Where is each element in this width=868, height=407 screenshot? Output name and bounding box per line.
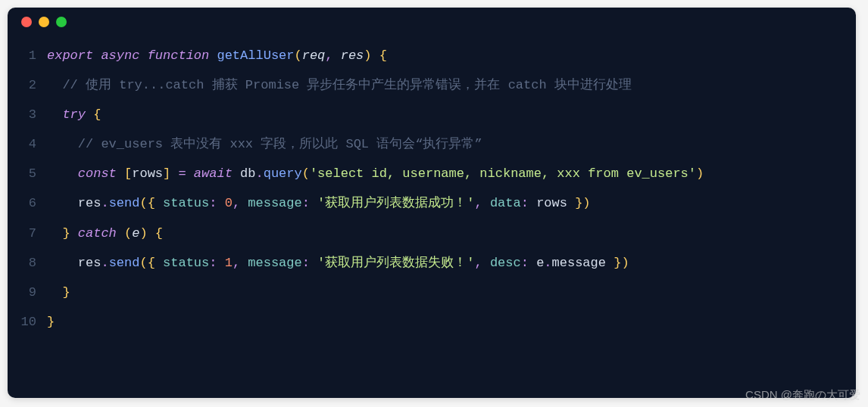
code-content[interactable]: res.send({ status: 1, message: '获取用户列表数据… — [47, 248, 629, 278]
code-line[interactable]: 2 // 使用 try...catch 捕获 Promise 异步任务中产生的异… — [8, 70, 856, 100]
maximize-icon[interactable] — [56, 17, 67, 27]
close-icon[interactable] — [21, 17, 32, 27]
token-id — [186, 166, 194, 181]
window-titlebar — [8, 8, 856, 36]
token-pun: : — [302, 256, 310, 270]
token-kw: export — [47, 48, 93, 63]
token-id: db — [240, 166, 255, 181]
line-number: 6 — [8, 188, 47, 218]
code-line[interactable]: 4 // ev_users 表中没有 xxx 字段，所以此 SQL 语句会“执行… — [8, 129, 856, 159]
token-id — [209, 48, 217, 63]
token-id — [86, 107, 93, 122]
token-pun: : — [209, 256, 217, 270]
token-brk: ) — [139, 226, 147, 241]
token-pun: : — [521, 196, 529, 210]
token-brk: { — [155, 226, 163, 241]
token-brk: } — [47, 315, 55, 329]
code-editor[interactable]: 1export async function getAllUser(req, r… — [8, 36, 856, 337]
code-content[interactable]: try { — [47, 100, 101, 129]
code-line[interactable]: 6 res.send({ status: 0, message: '获取用户列表… — [8, 188, 856, 218]
token-id — [117, 226, 124, 241]
code-line[interactable]: 8 res.send({ status: 1, message: '获取用户列表… — [8, 248, 856, 278]
code-content[interactable]: res.send({ status: 0, message: '获取用户列表数据… — [47, 188, 591, 218]
token-brk: ( — [139, 256, 147, 270]
token-id — [482, 196, 490, 210]
token-brk: ) — [696, 166, 704, 181]
token-prop: status — [163, 256, 209, 270]
token-brk: ] — [163, 166, 170, 181]
line-number: 3 — [8, 100, 47, 129]
token-id: rows — [536, 196, 567, 210]
token-pun: , — [325, 48, 333, 63]
token-fn: getAllUser — [217, 48, 294, 63]
token-cmt: // ev_users 表中没有 xxx 字段，所以此 SQL 语句会“执行异常… — [78, 137, 482, 151]
token-id: res — [78, 256, 101, 270]
token-brk: { — [93, 107, 101, 122]
token-brk: [ — [124, 166, 132, 181]
token-cmt: // 使用 try...catch 捕获 Promise 异步任务中产生的异常错… — [62, 78, 631, 92]
token-id — [47, 285, 62, 300]
token-brk: ) — [621, 256, 629, 270]
code-line[interactable]: 5 const [rows] = await db.query('select … — [8, 159, 856, 188]
token-id — [529, 256, 536, 270]
token-prop: data — [490, 196, 521, 210]
token-id — [155, 256, 163, 270]
token-id — [240, 256, 248, 270]
token-brk: } — [614, 256, 621, 270]
token-pun: , — [475, 256, 482, 270]
token-id — [117, 166, 124, 181]
token-prop: message — [248, 256, 301, 270]
token-id — [155, 196, 163, 210]
code-content[interactable]: // 使用 try...catch 捕获 Promise 异步任务中产生的异常错… — [47, 70, 632, 100]
code-content[interactable]: export async function getAllUser(req, re… — [47, 41, 387, 70]
minimize-icon[interactable] — [39, 17, 49, 27]
token-id — [47, 78, 62, 92]
code-line[interactable]: 3 try { — [8, 100, 856, 129]
token-id — [217, 256, 224, 270]
line-number: 10 — [8, 307, 47, 337]
code-line[interactable]: 10} — [8, 307, 856, 337]
token-param: res — [341, 48, 364, 63]
token-num: 0 — [225, 196, 233, 210]
token-kw: try — [62, 107, 86, 122]
token-id — [47, 107, 62, 122]
line-number: 9 — [8, 278, 47, 307]
token-pun: , — [233, 196, 240, 210]
code-content[interactable]: const [rows] = await db.query('select id… — [47, 159, 704, 188]
token-brk: { — [148, 196, 155, 210]
token-kw: async — [101, 48, 139, 63]
token-brk: { — [148, 256, 155, 270]
code-line[interactable]: 7 } catch (e) { — [8, 219, 856, 248]
token-param: e — [132, 226, 139, 241]
token-id — [482, 256, 490, 270]
code-content[interactable]: // ev_users 表中没有 xxx 字段，所以此 SQL 语句会“执行异常… — [47, 129, 482, 159]
token-id — [148, 226, 155, 241]
token-id — [310, 256, 317, 270]
token-id: e — [536, 256, 544, 270]
code-window: 1export async function getAllUser(req, r… — [8, 8, 856, 398]
token-num: 1 — [225, 256, 233, 270]
code-line[interactable]: 9 } — [8, 278, 856, 307]
code-content[interactable]: } catch (e) { — [47, 219, 163, 248]
token-brk: } — [62, 285, 70, 300]
line-number: 5 — [8, 159, 47, 188]
token-dot-op: . — [255, 166, 263, 181]
code-content[interactable]: } — [47, 278, 70, 307]
token-str: '获取用户列表数据成功！' — [317, 196, 474, 210]
token-id — [47, 137, 78, 151]
token-brk: { — [379, 48, 387, 63]
token-pun: : — [209, 196, 217, 210]
token-id — [606, 256, 614, 270]
token-pun: , — [233, 256, 240, 270]
line-number: 7 — [8, 219, 47, 248]
token-id — [139, 48, 147, 63]
code-line[interactable]: 1export async function getAllUser(req, r… — [8, 41, 856, 70]
token-id — [47, 226, 62, 241]
token-dot-op: . — [101, 256, 108, 270]
code-content[interactable]: } — [47, 307, 55, 337]
token-prop: status — [163, 196, 209, 210]
token-str: '获取用户列表数据失败！' — [317, 256, 474, 270]
token-pun: : — [521, 256, 529, 270]
token-prop: desc — [490, 256, 521, 270]
token-id — [529, 196, 536, 210]
